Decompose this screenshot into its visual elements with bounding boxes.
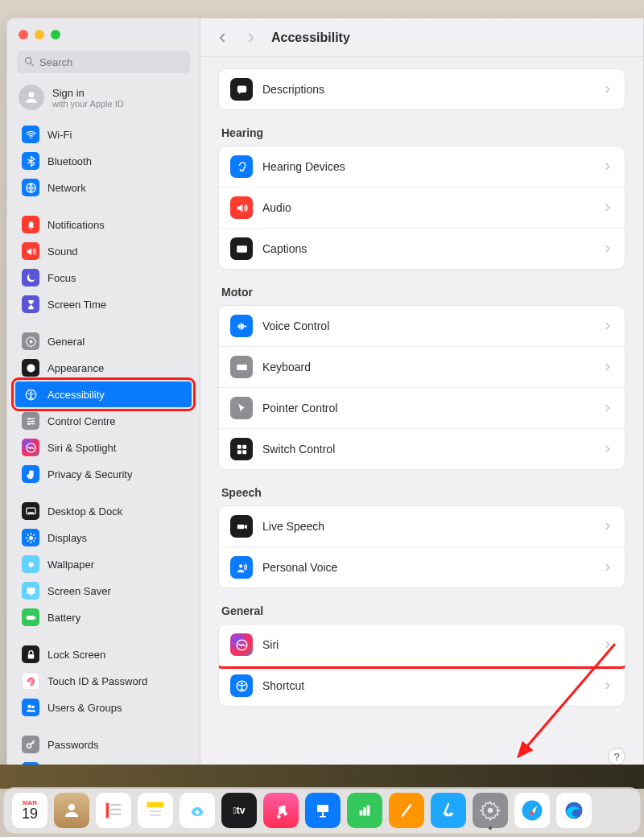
- chevron-right-icon: [602, 402, 613, 414]
- row-personal-voice[interactable]: Personal Voice: [219, 546, 625, 588]
- dock-settings[interactable]: [473, 793, 508, 828]
- dock: MAR 19 tv: [3, 787, 641, 834]
- dock-tv[interactable]: tv: [221, 793, 257, 828]
- row-audio[interactable]: Audio: [219, 187, 625, 228]
- sidebar-item-touch-id-password[interactable]: Touch ID & Password: [15, 668, 192, 694]
- dock-reminders[interactable]: [96, 793, 131, 828]
- content-area[interactable]: DescriptionsHearingHearing DevicesAudioC…: [200, 57, 643, 775]
- dock-music[interactable]: [263, 793, 299, 828]
- sidebar-item-wallpaper[interactable]: Wallpaper: [15, 551, 192, 577]
- svg-rect-50: [111, 804, 122, 806]
- row-keyboard[interactable]: Keyboard: [219, 346, 625, 387]
- dock-notes[interactable]: [138, 793, 173, 828]
- ear-icon: [230, 155, 253, 178]
- sidebar-item-label: Privacy & Security: [47, 468, 132, 480]
- dock-freeform[interactable]: [180, 793, 215, 828]
- livespeech-icon: [230, 515, 253, 538]
- search-field[interactable]: [17, 51, 190, 73]
- row-label: Captions: [262, 242, 592, 255]
- back-button[interactable]: [215, 31, 229, 45]
- sidebar-item-displays[interactable]: Displays: [15, 525, 192, 550]
- sidebar-item-label: Network: [47, 182, 86, 194]
- dock-safari[interactable]: [514, 793, 550, 828]
- row-label: Hearing Devices: [262, 160, 592, 173]
- sidebar-item-network[interactable]: Network: [15, 175, 192, 200]
- lock-icon: [22, 645, 39, 663]
- sidebar-item-siri-spotlight[interactable]: Siri & Spotlight: [15, 435, 192, 460]
- svg-rect-52: [111, 814, 122, 815]
- search-icon: [23, 56, 35, 68]
- dock-pages[interactable]: [389, 793, 424, 828]
- dock-edge[interactable]: [556, 793, 592, 828]
- search-input[interactable]: [17, 51, 190, 73]
- section-card: Hearing DevicesAudioCaptions: [218, 146, 625, 270]
- sidebar-item-lock-screen[interactable]: Lock Screen: [15, 641, 192, 667]
- row-hearing-devices[interactable]: Hearing Devices: [219, 146, 625, 187]
- sidebar-item-desktop-dock[interactable]: Desktop & Dock: [15, 498, 192, 524]
- sidebar-item-wi-fi[interactable]: Wi-Fi: [15, 122, 192, 147]
- signin-row[interactable]: Sign in with your Apple ID: [7, 80, 200, 118]
- sidebar-item-screen-time[interactable]: Screen Time: [15, 291, 192, 317]
- appearance-icon: [22, 359, 39, 377]
- bell-icon: [22, 216, 39, 233]
- section-card: Descriptions: [218, 68, 625, 110]
- sidebar-item-label: Wi-Fi: [47, 129, 72, 141]
- sidebar-item-bluetooth[interactable]: Bluetooth: [15, 148, 192, 174]
- chevron-right-icon: [602, 443, 613, 455]
- section-header-hearing: Hearing: [221, 126, 622, 139]
- sidebar-list: Wi-FiBluetoothNetworkNotificationsSoundF…: [7, 118, 200, 775]
- row-live-speech[interactable]: Live Speech: [219, 506, 625, 546]
- dock-calendar[interactable]: MAR 19: [12, 793, 47, 828]
- captions-icon: [230, 237, 253, 260]
- accessibility-icon: [22, 386, 39, 403]
- sidebar-item-battery[interactable]: Battery: [15, 604, 192, 630]
- row-voice-control[interactable]: Voice Control: [219, 306, 625, 346]
- sidebar-item-label: Siri & Spotlight: [47, 442, 116, 454]
- sidebar-item-screen-saver[interactable]: Screen Saver: [15, 578, 192, 604]
- sidebar-item-sound[interactable]: Sound: [15, 238, 192, 264]
- window-controls: [7, 19, 200, 47]
- row-siri[interactable]: Siri: [219, 625, 625, 665]
- dock-appstore[interactable]: [431, 793, 466, 828]
- sidebar-item-users-groups[interactable]: Users & Groups: [15, 695, 192, 720]
- sidebar-item-general[interactable]: General: [15, 328, 192, 354]
- sidebar-item-label: General: [47, 336, 85, 348]
- svg-rect-51: [111, 809, 122, 810]
- row-pointer-control[interactable]: Pointer Control: [219, 387, 625, 428]
- help-button[interactable]: ?: [608, 748, 625, 765]
- row-descriptions[interactable]: Descriptions: [219, 69, 625, 109]
- screensaver-icon: [22, 582, 39, 600]
- sidebar-item-label: Appearance: [47, 362, 104, 374]
- sidebar-item-accessibility[interactable]: Accessibility: [15, 381, 192, 407]
- fullscreen-window-button[interactable]: [51, 30, 60, 39]
- users-icon: [22, 699, 39, 716]
- sidebar-item-privacy-security[interactable]: Privacy & Security: [15, 461, 192, 487]
- sidebar-item-label: Control Centre: [47, 415, 116, 427]
- dock-keynote[interactable]: [305, 793, 341, 828]
- row-shortcut[interactable]: Shortcut: [219, 665, 625, 706]
- row-label: Personal Voice: [262, 561, 592, 574]
- switch-icon: [230, 438, 253, 460]
- bluetooth-icon: [22, 152, 39, 170]
- page-title: Accessibility: [271, 31, 350, 45]
- close-window-button[interactable]: [19, 30, 28, 39]
- dock-contacts[interactable]: [54, 793, 89, 828]
- row-switch-control[interactable]: Switch Control: [219, 428, 625, 469]
- sidebar-item-label: Users & Groups: [47, 702, 122, 714]
- sidebar-item-control-centre[interactable]: Control Centre: [15, 408, 192, 434]
- sidebar-item-focus[interactable]: Focus: [15, 265, 192, 291]
- dock-numbers[interactable]: [347, 793, 382, 828]
- svg-rect-59: [363, 807, 366, 815]
- forward-button[interactable]: [244, 31, 258, 45]
- wallpaper-icon: [22, 555, 39, 573]
- svg-rect-49: [106, 803, 109, 818]
- sidebar-item-label: Focus: [47, 272, 76, 284]
- chevron-right-icon: [602, 202, 613, 213]
- row-captions[interactable]: Captions: [219, 228, 625, 269]
- chevron-right-icon: [602, 161, 613, 172]
- sidebar-item-passwords[interactable]: Passwords: [15, 732, 192, 757]
- gear-icon: [22, 332, 39, 350]
- sidebar-item-notifications[interactable]: Notifications: [15, 212, 192, 237]
- sidebar-item-appearance[interactable]: Appearance: [15, 355, 192, 381]
- minimize-window-button[interactable]: [35, 30, 44, 39]
